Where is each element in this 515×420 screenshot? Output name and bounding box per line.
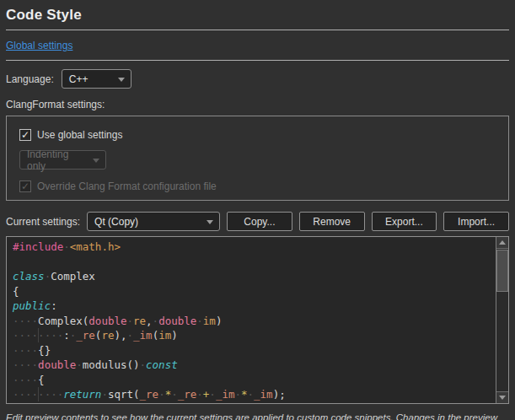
code-lines: #include·<math.h> class·Complex{public:·… [13,240,491,402]
formatting-mode-select: Indenting only [19,150,106,170]
current-settings-value: Qt (Copy) [94,216,138,228]
override-config-label: Override Clang Format configuration file [37,180,217,192]
footer-note: Edit preview contents to see how the cur… [6,411,509,420]
global-settings-link[interactable]: Global settings [6,40,72,51]
chevron-down-icon [93,159,99,163]
import-button[interactable]: Import... [443,212,509,231]
triangle-up-icon [499,240,506,245]
page-title: Code Style [6,5,509,30]
scroll-down-button[interactable] [496,391,508,403]
current-settings-row: Current settings: Qt (Copy) Copy... Remo… [6,212,509,231]
checkbox-checked-icon: ✓ [19,129,31,141]
remove-button[interactable]: Remove [299,212,365,231]
indent-guide [38,387,39,401]
current-settings-select[interactable]: Qt (Copy) [87,212,220,231]
code-preview-editor[interactable]: #include·<math.h> class·Complex{public:·… [6,236,509,404]
triangle-down-icon [499,396,506,400]
override-config-checkbox: ✓ Override Clang Format configuration fi… [19,180,496,192]
clangformat-group: ✓ Use global settings Indenting only ✓ O… [6,116,509,201]
use-global-settings-checkbox[interactable]: ✓ Use global settings [19,129,496,141]
current-settings-label: Current settings: [6,216,80,228]
formatting-mode-value: Indenting only [27,148,87,172]
indent-guide [38,328,39,342]
language-value: C++ [69,73,89,85]
vertical-scrollbar[interactable] [496,237,508,403]
language-select[interactable]: C++ [62,69,131,89]
separator [6,60,509,61]
clangformat-settings-label: ClangFormat settings: [6,99,509,110]
scroll-thumb[interactable] [496,250,508,292]
language-label: Language: [6,73,54,85]
language-row: Language: C++ [6,69,509,89]
checkbox-checked-icon: ✓ [19,180,31,192]
copy-button[interactable]: Copy... [227,212,292,231]
export-button[interactable]: Export... [372,212,437,231]
scroll-up-button[interactable] [496,237,508,249]
chevron-down-icon [118,78,125,82]
use-global-settings-label: Use global settings [37,129,122,141]
chevron-down-icon [207,220,213,224]
